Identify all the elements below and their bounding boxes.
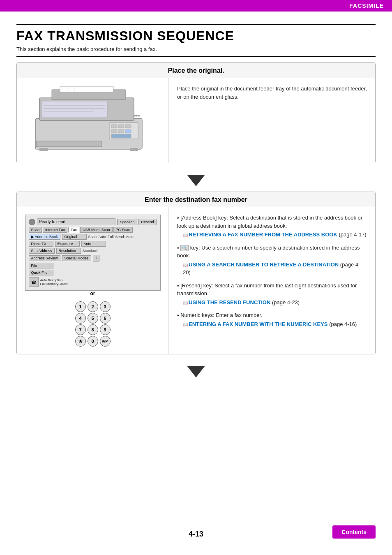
fax-tab-pc-scan[interactable]: PC Scan (113, 227, 133, 233)
fax-panel: Ready to send. Speaker Resend Scan Inter… (25, 215, 161, 291)
fax-tab-scan[interactable]: Scan (29, 227, 42, 233)
bullet-resend: [Resend] key: Select a fax number from t… (177, 282, 367, 307)
bullet-address-book: [Address Book] key: Select a destination… (177, 214, 367, 239)
fax-quick-file-btn[interactable]: Quick File (29, 270, 53, 275)
keypad-row-4: ★ 0 #/P (75, 336, 111, 347)
fax-full-label: Full (108, 235, 114, 239)
bullet-list: [Address Book] key: Select a destination… (177, 214, 367, 328)
svg-rect-3 (60, 86, 113, 92)
keypad-btn-star[interactable]: ★ (75, 336, 86, 347)
ref-icon-4: 📖 (183, 322, 188, 327)
fax-tab-internet-fax[interactable]: Internet Fax (43, 227, 67, 233)
step1-header: Place the original. (17, 63, 375, 78)
bullet-4-ref: (page 4-16) (329, 321, 357, 327)
keypad-row-3: 7 8 9 (75, 324, 111, 335)
bullet-numeric-keys: Numeric keys: Enter a fax number. 📖ENTER… (177, 311, 367, 328)
svg-rect-14 (130, 148, 138, 151)
bullet-2-link: 📖USING A SEARCH NUMBER TO RETRIEVE A DES… (177, 261, 367, 277)
svg-text:●●●: ●●● (134, 114, 140, 118)
fax-bottom-row: ☎ Auto Reception Fax Memory:100% (29, 277, 157, 287)
step1-image-area: ●●● (17, 78, 169, 163)
fax-address-review-btn[interactable]: Address Review (29, 255, 60, 261)
ref-icon-1: 📖 (183, 233, 188, 237)
fax-status-row: Ready to send. Speaker Resend (29, 218, 157, 225)
svg-rect-8 (111, 130, 117, 133)
bullet-3-main: [Resend] key: Select a fax number from t… (177, 282, 357, 297)
or-label: or (90, 291, 95, 296)
keypad-btn-5[interactable]: 5 (88, 313, 98, 324)
fax-resolution-val: Standard (83, 249, 98, 253)
link-numeric-keys[interactable]: ENTERING A FAX NUMBER WITH THE NUMERIC K… (189, 321, 328, 327)
fax-row-5: File (29, 263, 157, 268)
main-content: FAX TRANSMISSION SEQUENCE This section e… (0, 12, 392, 399)
fax-send-label: Send: Auto (115, 235, 134, 239)
link-retrieving[interactable]: RETRIEVING A FAX NUMBER FROM THE ADDRESS… (189, 231, 337, 238)
fax-tab-usb[interactable]: USB Mem. Scan (80, 227, 113, 233)
fax-scan-label: Scan: Auto (88, 235, 106, 239)
fax-tab-fax[interactable]: Fax (68, 227, 79, 233)
link-search-number[interactable]: USING A SEARCH NUMBER TO RETRIEVE A DEST… (189, 261, 339, 268)
fax-status-icon (29, 219, 35, 225)
bullet-4-link: 📖ENTERING A FAX NUMBER WITH THE NUMERIC … (177, 320, 367, 328)
svg-rect-7 (125, 125, 131, 128)
fax-original-btn[interactable]: Original (62, 234, 87, 240)
footer: 4-13 Contents (0, 525, 392, 539)
contents-button[interactable]: Contents (332, 525, 376, 539)
fax-speaker-btn[interactable]: Speaker (117, 219, 137, 225)
keypad-row-1: 1 2 3 (75, 301, 111, 312)
keypad-row-2: 4 5 6 (75, 313, 111, 324)
step2-header: Enter the destination fax number (17, 192, 375, 207)
bullet-1-ref: (page 4-17) (339, 231, 366, 238)
top-header: FACSIMILE (0, 0, 392, 12)
svg-rect-10 (125, 130, 131, 133)
fax-tabs-row: Scan Internet Fax Fax USB Mem. Scan PC S… (29, 227, 157, 233)
bullet-1-main: [Address Book] key: Select a destination… (177, 215, 362, 229)
fax-resolution-btn[interactable]: Resolution (56, 248, 81, 254)
step1-body: ●●● Place the original in the document f… (17, 78, 375, 163)
fax-info-btn[interactable]: i (93, 255, 100, 261)
keypad-btn-8[interactable]: 8 (88, 324, 98, 335)
fax-exposure-auto-btn[interactable]: Auto (81, 241, 106, 247)
fax-memory-percent: Fax Memory:100% (40, 282, 68, 286)
fax-panel-area: Ready to send. Speaker Resend Scan Inter… (21, 215, 164, 347)
bullet-4-main: Numeric keys: Enter a fax number. (180, 312, 262, 318)
keypad-btn-6[interactable]: 6 (100, 313, 111, 324)
bullet-2-main: key: Use a search number to specify a de… (177, 245, 360, 259)
ref-icon-3: 📖 (183, 301, 188, 305)
fax-address-book-btn[interactable]: ▶ Address Book (29, 234, 60, 240)
fax-special-modes-btn[interactable]: Special Modes (62, 255, 91, 261)
fax-row-2: Direct TX Exposure Auto (29, 241, 157, 247)
link-resend[interactable]: USING THE RESEND FUNCTION (189, 299, 270, 305)
svg-rect-9 (118, 130, 124, 133)
keypad-btn-2[interactable]: 2 (88, 301, 98, 312)
fax-auto-reception: Auto Reception (40, 278, 68, 282)
keypad-btn-9[interactable]: 9 (100, 324, 111, 335)
keypad-btn-3[interactable]: 3 (100, 301, 111, 312)
footer-right: Contents (256, 525, 376, 539)
fax-status-text: Ready to send. (37, 218, 115, 225)
keypad-btn-7[interactable]: 7 (75, 324, 86, 335)
svg-rect-5 (111, 125, 117, 128)
arrow-icon-1 (187, 175, 205, 186)
fax-phone-icon: ☎ (29, 277, 39, 287)
keypad-btn-hash[interactable]: #/P (100, 336, 111, 347)
step1-description: Place the original in the document feede… (169, 78, 375, 163)
fax-exposure-btn[interactable]: Exposure (55, 241, 80, 247)
fax-row-4: Address Review Special Modes i (29, 255, 157, 261)
svg-rect-12 (36, 141, 102, 147)
step2-left: Ready to send. Speaker Resend Scan Inter… (17, 207, 169, 354)
fax-sub-address-btn[interactable]: Sub Address (29, 248, 55, 254)
keypad-btn-1[interactable]: 1 (75, 301, 86, 312)
step2-box: Enter the destination fax number Ready t… (16, 192, 376, 354)
step2-body: Ready to send. Speaker Resend Scan Inter… (17, 207, 375, 354)
keypad-btn-4[interactable]: 4 (75, 313, 86, 324)
page-number: 4-13 (136, 530, 256, 539)
page-title: FAX TRANSMISSION SEQUENCE (16, 28, 376, 44)
fax-row-6: Quick File (29, 270, 157, 275)
keypad-btn-0[interactable]: 0 (88, 336, 98, 347)
fax-file-btn[interactable]: File (29, 263, 53, 268)
step1-box: Place the original. (16, 62, 376, 163)
fax-direct-tx-btn[interactable]: Direct TX (29, 241, 53, 247)
bullet-1-link: 📖RETRIEVING A FAX NUMBER FROM THE ADDRES… (177, 231, 367, 239)
fax-resend-btn[interactable]: Resend (138, 219, 157, 225)
